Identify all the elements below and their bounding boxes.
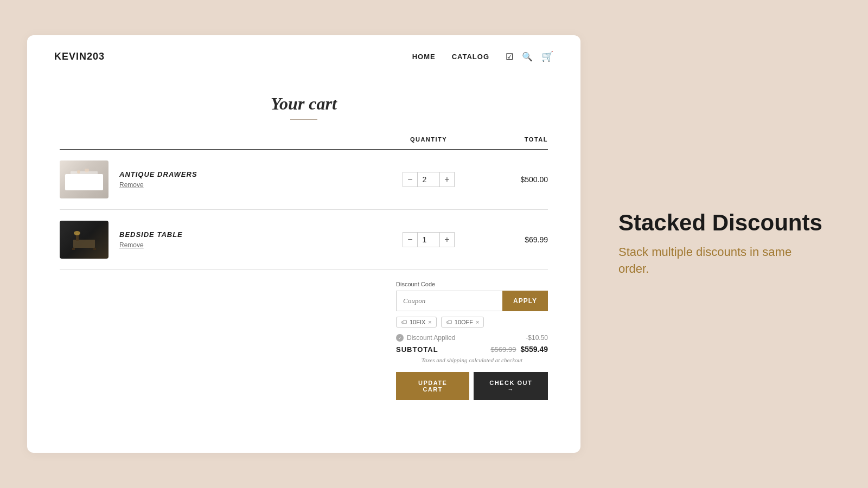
item-1-quantity: − + bbox=[380, 172, 477, 187]
item-1-info: ANTIQUE DRAWERS Remove bbox=[108, 170, 380, 189]
discounted-price: $559.49 bbox=[520, 345, 548, 354]
tag-1-code: 10FIX bbox=[410, 319, 425, 325]
svg-point-3 bbox=[83, 174, 85, 176]
quantity-column-label: QUANTITY bbox=[380, 136, 477, 143]
item-2-name: BEDSIDE TABLE bbox=[119, 230, 363, 239]
nav-icons: ☑ 🔍 🛒 bbox=[506, 50, 553, 62]
user-icon[interactable]: ☑ bbox=[506, 52, 513, 62]
taxes-note: Taxes and shipping calculated at checkou… bbox=[396, 357, 548, 363]
item-2-quantity: − + bbox=[380, 232, 477, 247]
discount-applied-label: ✓ Discount Applied bbox=[396, 334, 455, 342]
right-panel: Stacked Discounts Stack multiple discoun… bbox=[618, 210, 825, 278]
item-1-image bbox=[60, 160, 108, 198]
item-1-remove[interactable]: Remove bbox=[119, 181, 363, 189]
item-2-total: $69.99 bbox=[477, 235, 548, 244]
cart-content: Your cart QUANTITY TOTAL bbox=[27, 78, 580, 416]
svg-rect-0 bbox=[71, 179, 98, 188]
svg-rect-6 bbox=[73, 240, 95, 248]
svg-point-2 bbox=[83, 182, 85, 184]
nav-link-home[interactable]: HOME bbox=[412, 53, 436, 61]
discount-applied-text: Discount Applied bbox=[407, 334, 455, 342]
update-cart-button[interactable]: UPDATE CART bbox=[396, 372, 469, 400]
item-2-info: BEDSIDE TABLE Remove bbox=[108, 230, 380, 249]
svg-rect-1 bbox=[71, 171, 98, 179]
nav-link-catalog[interactable]: CATALOG bbox=[452, 53, 489, 61]
discount-applied-row: ✓ Discount Applied -$10.50 bbox=[396, 334, 548, 342]
cart-item-2: BEDSIDE TABLE Remove − + $69.99 bbox=[60, 210, 548, 270]
discount-tags: 🏷 10FIX × 🏷 10OFF × bbox=[396, 317, 548, 328]
tag-2-remove[interactable]: × bbox=[476, 319, 479, 325]
discount-input[interactable] bbox=[396, 291, 502, 311]
cart-item-1: ANTIQUE DRAWERS Remove − + $500.00 bbox=[60, 150, 548, 210]
item-2-image bbox=[60, 221, 108, 259]
svg-point-4 bbox=[77, 170, 80, 174]
svg-point-8 bbox=[74, 231, 80, 235]
svg-rect-10 bbox=[93, 248, 96, 250]
store-panel: KEVIN203 HOME CATALOG ☑ 🔍 🛒 Your cart QU… bbox=[27, 35, 580, 453]
item-2-qty-increase[interactable]: + bbox=[439, 232, 455, 247]
discount-area: Discount Code APPLY 🏷 10FIX × 🏷 bbox=[396, 281, 548, 400]
cart-title: Your cart bbox=[60, 94, 548, 114]
cart-actions: UPDATE CART CHECK OUT → bbox=[396, 372, 548, 400]
discount-input-row: APPLY bbox=[396, 291, 548, 311]
discount-check-icon: ✓ bbox=[396, 334, 404, 342]
discount-section: Discount Code APPLY 🏷 10FIX × 🏷 bbox=[60, 281, 548, 400]
cart-icon[interactable]: 🛒 bbox=[541, 50, 553, 62]
discount-apply-button[interactable]: APPLY bbox=[502, 291, 548, 311]
item-2-remove[interactable]: Remove bbox=[119, 241, 363, 249]
item-1-qty-decrease[interactable]: − bbox=[403, 172, 418, 187]
tag-1-remove[interactable]: × bbox=[428, 319, 431, 325]
discount-tag-2[interactable]: 🏷 10OFF × bbox=[441, 317, 484, 328]
bedside-svg bbox=[68, 229, 100, 251]
promo-title: Stacked Discounts bbox=[618, 210, 825, 235]
checkout-button[interactable]: CHECK OUT → bbox=[474, 372, 548, 400]
subtotal-prices: $569.99 $559.49 bbox=[490, 345, 548, 354]
tag-1-icon: 🏷 bbox=[401, 319, 407, 325]
item-1-total: $500.00 bbox=[477, 175, 548, 184]
tag-2-code: 10OFF bbox=[455, 319, 473, 325]
store-logo: KEVIN203 bbox=[54, 51, 105, 62]
item-2-qty-input[interactable] bbox=[418, 232, 439, 247]
svg-rect-9 bbox=[72, 248, 75, 250]
total-column-label: TOTAL bbox=[477, 136, 548, 143]
promo-subtitle: Stack multiple discounts in same order. bbox=[618, 244, 825, 278]
cart-title-divider bbox=[290, 119, 317, 120]
search-icon[interactable]: 🔍 bbox=[522, 52, 533, 62]
item-1-qty-input[interactable] bbox=[418, 172, 439, 187]
drawers-svg bbox=[68, 169, 100, 190]
original-price: $569.99 bbox=[490, 345, 516, 354]
discount-applied-amount: -$10.50 bbox=[526, 334, 548, 342]
discount-code-label: Discount Code bbox=[396, 281, 548, 287]
subtotal-row: SUBTOTAL $569.99 $559.49 bbox=[396, 345, 548, 354]
subtotal-label: SUBTOTAL bbox=[396, 345, 438, 354]
item-2-qty-decrease[interactable]: − bbox=[403, 232, 418, 247]
page-wrapper: KEVIN203 HOME CATALOG ☑ 🔍 🛒 Your cart QU… bbox=[0, 0, 868, 488]
discount-tag-1[interactable]: 🏷 10FIX × bbox=[396, 317, 437, 328]
bedside-image bbox=[60, 221, 108, 259]
cart-table-header: QUANTITY TOTAL bbox=[60, 136, 548, 150]
item-1-name: ANTIQUE DRAWERS bbox=[119, 170, 363, 178]
store-nav: HOME CATALOG ☑ 🔍 🛒 bbox=[412, 50, 553, 62]
item-1-qty-increase[interactable]: + bbox=[439, 172, 455, 187]
drawers-image bbox=[60, 160, 108, 198]
tag-2-icon: 🏷 bbox=[446, 319, 452, 325]
store-header: KEVIN203 HOME CATALOG ☑ 🔍 🛒 bbox=[27, 35, 580, 78]
